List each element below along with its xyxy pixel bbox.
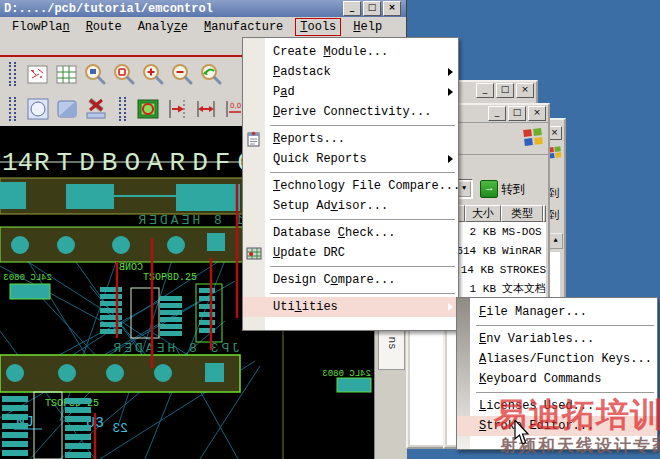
- go-button[interactable]: → 转到: [477, 179, 528, 199]
- column-header-size[interactable]: 大小: [465, 205, 501, 222]
- submenu-arrow-icon: [448, 88, 453, 96]
- zoom-out-icon[interactable]: [168, 60, 197, 88]
- explorer-b-close-button[interactable]: ×: [528, 106, 546, 121]
- circle-tool-icon[interactable]: [23, 95, 52, 123]
- svg-text:24LC 0803: 24LC 0803: [3, 273, 52, 283]
- menu-item-padstack[interactable]: Padstack: [243, 62, 458, 82]
- rectangle-tool-icon[interactable]: [52, 95, 81, 123]
- desktop: D:..../pcb/tutorial/emcontrol _ □ × Flow…: [0, 0, 660, 459]
- explorer-b-maximize-button[interactable]: □: [508, 106, 526, 121]
- minimize-button[interactable]: _: [343, 1, 361, 16]
- menu-help[interactable]: Help: [345, 19, 390, 35]
- menu-flowplan[interactable]: FlowPlan: [4, 19, 78, 35]
- svg-text:14: 14: [2, 148, 33, 178]
- file-row[interactable]: 614 KBWinRAR: [447, 241, 546, 260]
- menu-item-design-compare[interactable]: Design Compare...: [243, 270, 458, 290]
- scroll-up-button[interactable]: ▲: [548, 233, 563, 249]
- menu-item-keyboard-commands[interactable]: Keyboard Commands: [457, 369, 657, 389]
- menu-item-env-variables[interactable]: Env Variables...: [457, 329, 657, 349]
- ratsnest-icon[interactable]: [23, 60, 52, 88]
- maximize-button[interactable]: □: [363, 1, 381, 16]
- delete-vertex-icon[interactable]: [81, 95, 110, 123]
- svg-text:JP3 8 HEADER: JP3 8 HEADER: [110, 341, 240, 356]
- menu-item-create-module[interactable]: Create Module...: [243, 42, 458, 62]
- update-drc-icon: [246, 245, 262, 261]
- toolbar-drag-handle-3[interactable]: [119, 97, 126, 121]
- menu-item-update-drc[interactable]: Update DRC: [243, 243, 458, 263]
- explorer-a-minimize-button[interactable]: _: [476, 83, 494, 98]
- submenu-arrow-icon: [448, 68, 453, 76]
- toolbar-drag-handle-2[interactable]: [9, 97, 16, 121]
- explorer-b-minimize-button[interactable]: _: [488, 106, 506, 121]
- menu-separator: [270, 172, 455, 173]
- svg-text:CONB: CONB: [119, 262, 143, 273]
- title-bar[interactable]: D:..../pcb/tutorial/emcontrol _ □ ×: [0, 0, 406, 17]
- menu-separator: [270, 125, 455, 126]
- menu-separator: [270, 293, 455, 294]
- explorer-b-titlebar[interactable]: _ □ ×: [445, 105, 548, 121]
- grid-icon[interactable]: [52, 60, 81, 88]
- list-header-row: 大小 类型: [447, 205, 546, 222]
- submenu-arrow-icon: [448, 303, 453, 311]
- column-header-type[interactable]: 类型: [501, 205, 543, 222]
- svg-text:23: 23: [112, 421, 128, 436]
- menu-item-pad[interactable]: Pad: [243, 82, 458, 102]
- windows-flag-icon: [522, 127, 544, 151]
- menu-item-file-manager[interactable]: File Manager...: [457, 302, 657, 322]
- toolbar-drag-handle[interactable]: [9, 62, 16, 86]
- menu-item-derive-connectivity[interactable]: Derive Connectivity...: [243, 102, 458, 122]
- window-title: D:..../pcb/tutorial/emcontrol: [4, 2, 213, 16]
- menu-manufacture[interactable]: Manufacture: [196, 19, 291, 35]
- submenu-arrow-icon: [448, 155, 453, 163]
- color-visibility-icon[interactable]: [133, 95, 162, 123]
- menu-route[interactable]: Route: [78, 19, 130, 35]
- menu-bar: FlowPlan Route Analyze Manufacture Tools…: [0, 17, 406, 36]
- file-row[interactable]: 2 KBMS-DOS: [447, 222, 546, 241]
- menu-separator: [270, 266, 455, 267]
- menu-analyze[interactable]: Analyze: [130, 19, 196, 35]
- explorer-a-maximize-button[interactable]: □: [496, 83, 514, 98]
- menu-item-technology-file-compare[interactable]: Technology File Compare...: [243, 176, 458, 196]
- menu-item-database-check[interactable]: Database Check...: [243, 223, 458, 243]
- zoom-previous-icon[interactable]: [197, 60, 226, 88]
- menu-item-aliases-function-keys[interactable]: Aliases/Function Keys...: [457, 349, 657, 369]
- zoom-selection-icon[interactable]: [110, 60, 139, 88]
- zoom-points-icon[interactable]: [81, 60, 110, 88]
- file-row[interactable]: 1 KB文本文档: [447, 279, 546, 298]
- measure-to-icon[interactable]: [162, 95, 191, 123]
- menu-item-setup-advisor[interactable]: Setup Advisor...: [243, 196, 458, 216]
- go-arrow-icon: →: [480, 180, 498, 198]
- tools-menu: Create Module... Padstack Pad Derive Con…: [242, 37, 459, 331]
- report-icon: [246, 131, 262, 147]
- menu-separator: [270, 219, 455, 220]
- column-header-fill: [543, 205, 546, 222]
- measure-between-icon[interactable]: [191, 95, 220, 123]
- zoom-in-icon[interactable]: [139, 60, 168, 88]
- mouse-cursor-icon: [514, 420, 532, 450]
- svg-text:0,0: 0,0: [230, 102, 241, 110]
- menu-item-reports[interactable]: Reports...: [243, 129, 458, 149]
- red-annotation-line: [0, 55, 243, 57]
- menu-separator: [476, 325, 654, 326]
- menu-tools[interactable]: Tools: [295, 18, 341, 36]
- file-row[interactable]: 14 KBSTROKES: [447, 260, 546, 279]
- close-button[interactable]: ×: [383, 1, 401, 16]
- explorer-a-close-button[interactable]: ×: [516, 83, 534, 98]
- menu-item-utilities[interactable]: Utilities: [243, 297, 458, 317]
- address-bar: ▼ → 转到: [455, 179, 545, 199]
- menu-item-quick-reports[interactable]: Quick Reports: [243, 149, 458, 169]
